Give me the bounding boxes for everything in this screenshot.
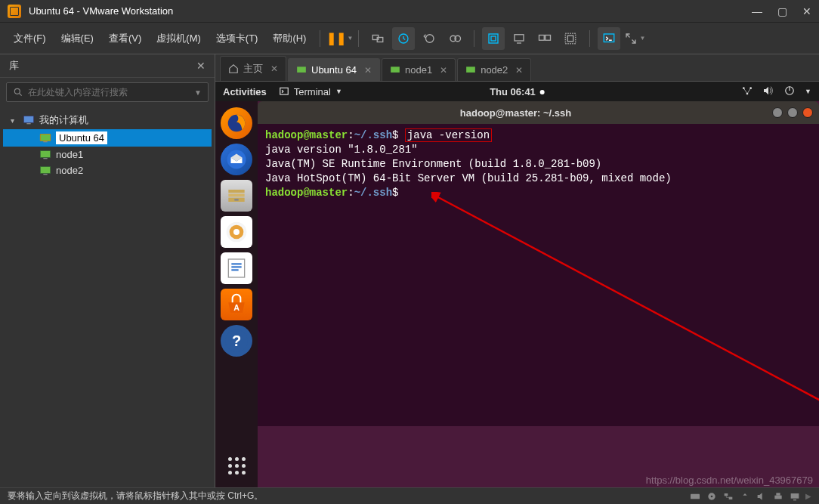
- multimon-button[interactable]: [533, 27, 556, 50]
- tab-close-icon[interactable]: ✕: [515, 65, 523, 76]
- power-icon[interactable]: [783, 85, 796, 98]
- console-button[interactable]: [508, 27, 530, 50]
- revert-button[interactable]: [418, 27, 440, 50]
- tab-ubuntu64[interactable]: Ubuntu 64 ✕: [288, 58, 380, 81]
- usb-icon[interactable]: [739, 491, 751, 502]
- terminal-close-button[interactable]: [802, 107, 813, 118]
- disk-icon[interactable]: [689, 491, 701, 502]
- clock[interactable]: Thu 06:41: [490, 86, 545, 97]
- menu-vm[interactable]: 虚拟机(M): [150, 29, 207, 48]
- minimize-button[interactable]: —: [752, 5, 762, 17]
- display-icon[interactable]: [789, 491, 801, 502]
- svg-rect-11: [545, 35, 551, 40]
- svg-text:A: A: [233, 303, 240, 312]
- menu-help[interactable]: 帮助(H): [267, 29, 312, 48]
- dropdown-caret-icon[interactable]: ▼: [194, 88, 202, 97]
- vmware-logo-icon: [8, 5, 21, 18]
- chevron-down-icon[interactable]: ▼: [805, 88, 811, 95]
- terminal-toolbar-icon[interactable]: [598, 27, 620, 50]
- svg-rect-7: [491, 36, 496, 41]
- dock-show-apps[interactable]: [221, 450, 252, 481]
- dock-libreoffice-writer[interactable]: [221, 252, 252, 284]
- dock-files[interactable]: [221, 180, 252, 212]
- search-input[interactable]: [28, 87, 194, 97]
- ubuntu-desktop[interactable]: Activities Terminal ▼ Thu 06:41 ▼: [215, 82, 819, 487]
- menu-view[interactable]: 查看(V): [103, 29, 147, 48]
- svg-rect-28: [280, 88, 289, 94]
- tree-item-node2[interactable]: node2: [3, 162, 212, 178]
- library-search[interactable]: ▼: [6, 82, 209, 102]
- unity-button[interactable]: [482, 27, 505, 50]
- prompt-path: ~/.ssh: [354, 187, 392, 199]
- menu-edit[interactable]: 编辑(E): [55, 29, 100, 48]
- sound-icon[interactable]: [756, 491, 768, 502]
- tree-item-node1[interactable]: node1: [3, 147, 212, 162]
- ubuntu-topbar: Activities Terminal ▼ Thu 06:41 ▼: [215, 82, 819, 101]
- dock-firefox[interactable]: [221, 107, 252, 139]
- network-icon[interactable]: [741, 85, 753, 98]
- cd-icon[interactable]: [706, 491, 718, 502]
- send-keys-button[interactable]: [366, 27, 389, 50]
- fullscreen-button[interactable]: ▼: [623, 27, 646, 50]
- vmware-menubar: 文件(F) 编辑(E) 查看(V) 虚拟机(M) 选项卡(T) 帮助(H) ❚❚…: [0, 23, 819, 54]
- dock-rhythmbox[interactable]: [221, 216, 252, 248]
- snapshot-manager-button[interactable]: [443, 27, 466, 50]
- pause-button[interactable]: ❚❚▼: [328, 27, 351, 50]
- network-icon[interactable]: [722, 491, 734, 502]
- terminal-body[interactable]: hadoop@master:~/.ssh$ java -version java…: [258, 124, 819, 426]
- svg-point-53: [711, 495, 713, 497]
- terminal-maximize-button[interactable]: [787, 107, 798, 118]
- vm-icon: [39, 165, 51, 176]
- tab-node1[interactable]: node1 ✕: [382, 58, 456, 81]
- window-title: Ubuntu 64 - VMware Workstation: [29, 5, 173, 17]
- terminal-icon: [279, 86, 289, 97]
- svg-rect-17: [23, 116, 33, 123]
- tab-close-icon[interactable]: ✕: [270, 63, 278, 74]
- maximize-button[interactable]: ▢: [777, 5, 787, 17]
- vm-icon: [390, 65, 400, 76]
- close-button[interactable]: ✕: [802, 5, 811, 17]
- tab-node2[interactable]: node2 ✕: [457, 58, 531, 81]
- snapshot-button[interactable]: [392, 27, 415, 50]
- vm-display: 主页 ✕ Ubuntu 64 ✕ node1 ✕ node2 ✕ Activit…: [215, 54, 819, 487]
- statusbar: 要将输入定向到该虚拟机，请将鼠标指针移入其中或按 Ctrl+G。 ▶: [0, 487, 819, 504]
- svg-rect-51: [691, 493, 700, 499]
- tree-item-ubuntu64[interactable]: Ubuntu 64: [3, 129, 212, 147]
- dock-thunderbird[interactable]: [221, 144, 252, 175]
- command-highlight: java -version: [405, 128, 492, 142]
- dock-ubuntu-software[interactable]: A: [221, 289, 252, 320]
- svg-rect-22: [43, 158, 47, 159]
- terminal-titlebar[interactable]: hadoop@master: ~/.ssh: [258, 101, 819, 124]
- menu-file[interactable]: 文件(F): [8, 29, 52, 48]
- annotation-arrow-icon: [431, 192, 819, 456]
- tab-home[interactable]: 主页 ✕: [220, 56, 286, 81]
- svg-rect-36: [228, 190, 244, 193]
- current-app-menu[interactable]: Terminal ▼: [279, 86, 342, 97]
- svg-rect-46: [231, 269, 238, 271]
- collapse-icon[interactable]: ▾: [11, 116, 18, 125]
- svg-rect-44: [231, 263, 241, 264]
- printer-icon[interactable]: [772, 491, 784, 502]
- separator: [589, 30, 590, 47]
- prompt-user: hadoop@master: [265, 129, 348, 141]
- tab-close-icon[interactable]: ✕: [440, 65, 447, 76]
- terminal-minimize-button[interactable]: [772, 107, 783, 118]
- prompt-path: ~/.ssh: [354, 129, 392, 141]
- computer-icon: [23, 115, 35, 125]
- svg-point-3: [426, 34, 434, 42]
- home-icon: [228, 63, 239, 74]
- library-close-button[interactable]: ✕: [196, 60, 206, 72]
- dock-help[interactable]: ?: [221, 325, 252, 357]
- chevron-right-icon[interactable]: ▶: [805, 492, 811, 500]
- svg-rect-19: [40, 134, 50, 141]
- library-tree: ▾ 我的计算机 Ubuntu 64 node1 node2: [0, 107, 215, 183]
- tab-label: node2: [481, 64, 508, 76]
- terminal-output: Java HotSpot(TM) 64-Bit Server VM (build…: [265, 172, 811, 186]
- tree-root[interactable]: ▾ 我的计算机: [3, 111, 212, 129]
- tab-close-icon[interactable]: ✕: [364, 65, 372, 76]
- stretch-button[interactable]: [559, 27, 582, 50]
- activities-button[interactable]: Activities: [223, 86, 267, 97]
- menu-tabs[interactable]: 选项卡(T): [210, 29, 264, 48]
- tab-label: Ubuntu 64: [311, 64, 357, 76]
- volume-icon[interactable]: [762, 85, 774, 98]
